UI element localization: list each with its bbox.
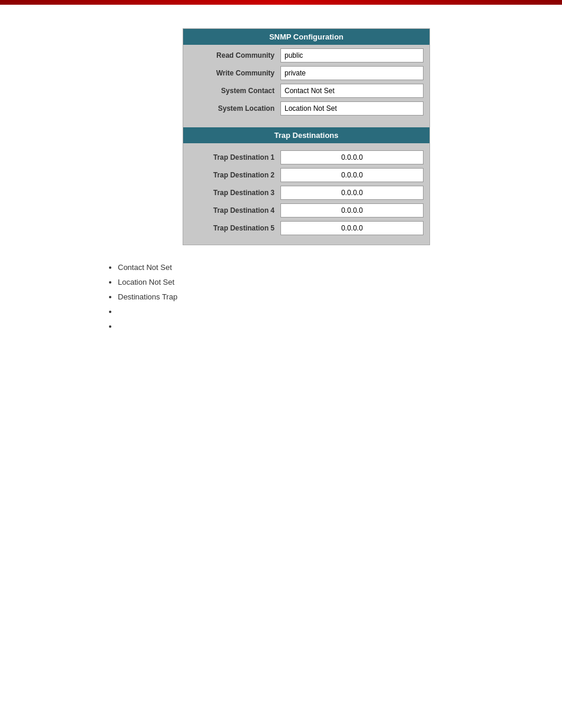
trap-destination-label-5: Trap Destination 5 [189,224,280,232]
snmp-config-header: SNMP Configuration [183,29,429,45]
bullet-item-2: Location Not Set [118,278,538,286]
trap-destination-row-5: Trap Destination 5 [189,221,424,235]
trap-destination-row-4: Trap Destination 4 [189,203,424,218]
read-community-label: Read Community [189,51,280,60]
system-contact-input[interactable] [280,84,424,98]
bullet-item-3: Destinations Trap [118,292,538,301]
read-community-row: Read Community [189,48,424,62]
trap-destination-label-3: Trap Destination 3 [189,189,280,197]
top-border [0,0,562,5]
trap-rows: Trap Destination 1Trap Destination 2Trap… [183,147,429,245]
bullet-list: Contact Not SetLocation Not SetDestinati… [106,263,538,331]
bullet-item-4 [118,307,538,316]
snmp-form-rows: Read Community Write Community System Co… [183,45,429,125]
snmp-form-container: SNMP Configuration Read Community Write … [183,28,430,245]
trap-destination-row-3: Trap Destination 3 [189,186,424,200]
bullet-item-5 [118,322,538,331]
trap-destination-row-1: Trap Destination 1 [189,150,424,164]
trap-destination-row-2: Trap Destination 2 [189,168,424,182]
trap-destination-label-1: Trap Destination 1 [189,153,280,162]
bullet-item-1: Contact Not Set [118,263,538,272]
system-location-row: System Location [189,101,424,116]
write-community-label: Write Community [189,69,280,77]
trap-destination-input-5[interactable] [280,221,424,235]
trap-destination-input-4[interactable] [280,203,424,218]
system-location-label: System Location [189,104,280,113]
trap-destination-input-3[interactable] [280,186,424,200]
system-contact-label: System Contact [189,87,280,95]
trap-destination-label-4: Trap Destination 4 [189,206,280,215]
write-community-row: Write Community [189,66,424,80]
trap-destination-input-2[interactable] [280,168,424,182]
trap-destination-input-1[interactable] [280,150,424,164]
system-location-input[interactable] [280,101,424,116]
page-content: SNMP Configuration Read Community Write … [0,17,562,348]
trap-destinations-header: Trap Destinations [183,127,429,143]
write-community-input[interactable] [280,66,424,80]
read-community-input[interactable] [280,48,424,62]
system-contact-row: System Contact [189,84,424,98]
trap-destination-label-2: Trap Destination 2 [189,171,280,179]
